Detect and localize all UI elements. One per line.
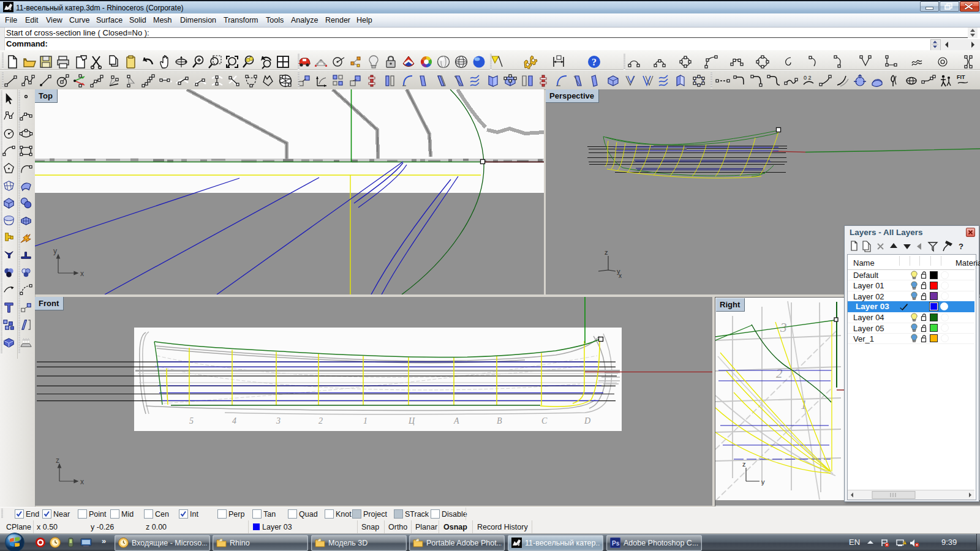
svg-text:5: 5 [189,416,194,425]
svg-text:2: 2 [318,416,323,425]
svg-text:А: А [453,416,459,425]
svg-text:z: z [56,456,59,465]
svg-text:0 2: 0 2 [804,75,812,81]
svg-text:x: x [619,272,622,279]
svg-text:2: 2 [776,366,783,381]
svg-text:y: y [761,478,765,485]
svg-text:y: y [53,247,57,255]
svg-text:?: ? [592,57,597,67]
svg-text:?: ? [959,242,963,251]
svg-text:1: 1 [363,416,368,425]
svg-text:x: x [80,478,84,486]
svg-text:z: z [605,249,608,256]
svg-text:FIT: FIT [957,74,965,80]
svg-text:z: z [742,460,746,468]
svg-text:С: С [541,416,548,425]
svg-text:Ps: Ps [612,540,620,547]
svg-text:D: D [584,416,590,425]
svg-text:Ц: Ц [408,416,415,425]
svg-text:x: x [80,269,84,278]
svg-text:4: 4 [232,416,236,425]
svg-text:В: В [497,416,502,425]
svg-text:3: 3 [276,416,281,425]
